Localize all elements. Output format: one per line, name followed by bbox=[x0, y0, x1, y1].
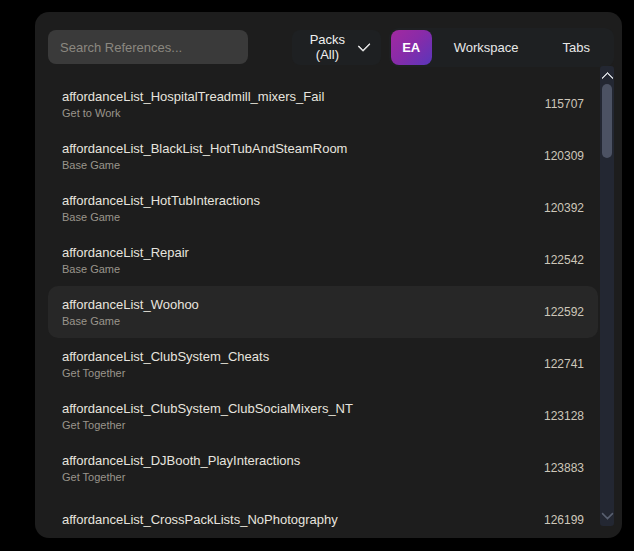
search-input[interactable] bbox=[48, 30, 248, 64]
reference-id: 120392 bbox=[544, 201, 584, 215]
list-item[interactable]: affordanceList_CrossPackLists_NoPhotogra… bbox=[48, 494, 598, 538]
reference-id: 126199 bbox=[544, 513, 584, 527]
reference-id: 115707 bbox=[545, 97, 584, 111]
pack-name: Base Game bbox=[62, 158, 532, 173]
reference-name: affordanceList_ClubSystem_Cheats bbox=[62, 348, 532, 366]
reference-name: affordanceList_HospitalTreadmill_mixers_… bbox=[62, 88, 533, 106]
list-item-text: affordanceList_CrossPackLists_NoPhotogra… bbox=[62, 511, 532, 529]
pack-name: Get Together bbox=[62, 418, 532, 433]
pack-name: Base Game bbox=[62, 210, 532, 225]
scroll-down-icon bbox=[601, 507, 614, 520]
list-item-text: affordanceList_RepairBase Game bbox=[62, 244, 532, 277]
reference-id: 123883 bbox=[544, 461, 584, 475]
list-item[interactable]: affordanceList_HospitalTreadmill_mixers_… bbox=[48, 78, 598, 130]
reference-list: affordanceList_HospitalTreadmill_mixers_… bbox=[48, 78, 598, 538]
scroll-up-button[interactable] bbox=[600, 68, 614, 84]
reference-name: affordanceList_HotTubInteractions bbox=[62, 192, 532, 210]
packs-filter-label: Packs (All) bbox=[307, 32, 348, 62]
tab-workspace[interactable]: Workspace bbox=[432, 30, 541, 65]
packs-filter-dropdown[interactable]: Packs (All) bbox=[292, 30, 381, 65]
scrollbar[interactable] bbox=[600, 66, 614, 526]
toolbar: Packs (All) EA Workspace Tabs bbox=[48, 27, 614, 67]
reference-name: affordanceList_BlackList_HotTubAndSteamR… bbox=[62, 140, 532, 158]
chevron-down-icon bbox=[357, 38, 370, 51]
reference-name: affordanceList_CrossPackLists_NoPhotogra… bbox=[62, 511, 532, 529]
pack-name: Get Together bbox=[62, 470, 532, 485]
list-item-text: affordanceList_HotTubInteractionsBase Ga… bbox=[62, 192, 532, 225]
pack-name: Get to Work bbox=[62, 106, 533, 121]
scroll-down-button[interactable] bbox=[600, 508, 614, 524]
list-item-text: affordanceList_ClubSystem_ClubSocialMixe… bbox=[62, 400, 532, 433]
list-item[interactable]: affordanceList_HotTubInteractionsBase Ga… bbox=[48, 182, 598, 234]
scrollbar-thumb[interactable] bbox=[602, 84, 612, 158]
pack-name: Base Game bbox=[62, 262, 532, 277]
pack-name: Get Together bbox=[62, 366, 532, 381]
reference-name: affordanceList_ClubSystem_ClubSocialMixe… bbox=[62, 400, 532, 418]
reference-name: affordanceList_DJBooth_PlayInteractions bbox=[62, 452, 532, 470]
reference-browser-panel: Packs (All) EA Workspace Tabs affordance… bbox=[35, 12, 622, 538]
reference-name: affordanceList_Woohoo bbox=[62, 296, 532, 314]
list-item[interactable]: affordanceList_RepairBase Game122542 bbox=[48, 234, 598, 286]
reference-id: 122542 bbox=[544, 253, 584, 267]
tab-ea[interactable]: EA bbox=[391, 30, 432, 65]
reference-id: 123128 bbox=[544, 409, 584, 423]
list-item-text: affordanceList_ClubSystem_CheatsGet Toge… bbox=[62, 348, 532, 381]
list-item[interactable]: affordanceList_DJBooth_PlayInteractionsG… bbox=[48, 442, 598, 494]
pack-name: Base Game bbox=[62, 314, 532, 329]
tab-tabs[interactable]: Tabs bbox=[541, 30, 612, 65]
list-item-text: affordanceList_WoohooBase Game bbox=[62, 296, 532, 329]
list-item[interactable]: affordanceList_ClubSystem_ClubSocialMixe… bbox=[48, 390, 598, 442]
reference-id: 122741 bbox=[544, 357, 584, 371]
list-item-text: affordanceList_BlackList_HotTubAndSteamR… bbox=[62, 140, 532, 173]
list-item[interactable]: affordanceList_ClubSystem_CheatsGet Toge… bbox=[48, 338, 598, 390]
list-item[interactable]: affordanceList_WoohooBase Game122592 bbox=[48, 286, 598, 338]
list-item-text: affordanceList_DJBooth_PlayInteractionsG… bbox=[62, 452, 532, 485]
view-switcher: EA Workspace Tabs bbox=[389, 28, 614, 67]
reference-id: 122592 bbox=[544, 305, 584, 319]
reference-name: affordanceList_Repair bbox=[62, 244, 532, 262]
scroll-up-icon bbox=[601, 71, 614, 84]
reference-id: 120309 bbox=[544, 149, 584, 163]
list-item-text: affordanceList_HospitalTreadmill_mixers_… bbox=[62, 88, 533, 121]
list-item[interactable]: affordanceList_BlackList_HotTubAndSteamR… bbox=[48, 130, 598, 182]
